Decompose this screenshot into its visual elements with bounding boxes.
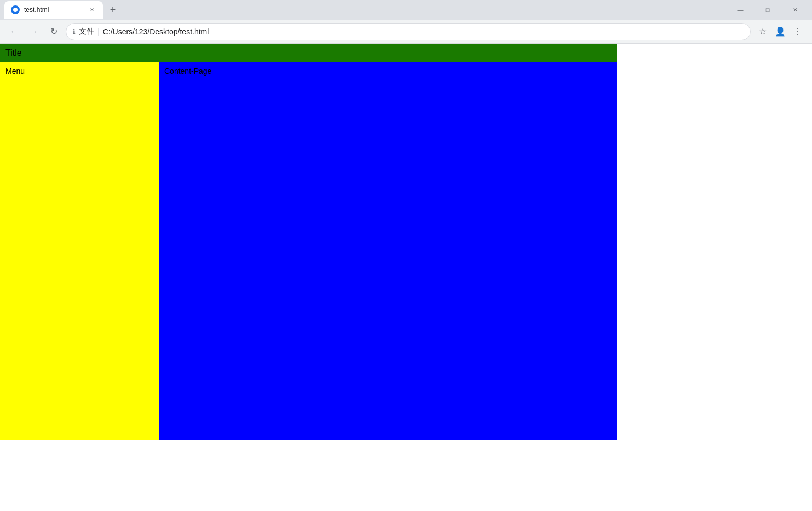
window-controls: — □ ✕ xyxy=(728,0,808,20)
title-bar: test.html × + — □ ✕ xyxy=(0,0,812,20)
url-text: C:/Users/123/Desktop/test.html xyxy=(103,27,209,36)
forward-button[interactable]: → xyxy=(26,24,42,39)
browser-tab[interactable]: test.html × xyxy=(4,1,103,19)
bookmark-button[interactable]: ☆ xyxy=(755,24,770,39)
browser-window: test.html × + — □ ✕ ← → ↻ ℹ 文件 | C:/User… xyxy=(0,0,812,511)
tab-close-button[interactable]: × xyxy=(88,5,96,14)
reload-button[interactable]: ↻ xyxy=(46,24,61,39)
page-menu: Menu xyxy=(0,62,159,440)
menu-label: Menu xyxy=(5,67,25,76)
tab-favicon-icon xyxy=(11,5,20,14)
minimize-button[interactable]: — xyxy=(728,0,753,20)
page-content: Title Menu Content-Page xyxy=(0,44,812,440)
page-title: Title xyxy=(5,48,22,57)
url-bar[interactable]: ℹ 文件 | C:/Users/123/Desktop/test.html xyxy=(66,23,751,40)
address-bar: ← → ↻ ℹ 文件 | C:/Users/123/Desktop/test.h… xyxy=(0,20,812,44)
security-icon: ℹ xyxy=(73,28,76,36)
file-label: 文件 xyxy=(79,27,94,37)
new-tab-button[interactable]: + xyxy=(105,2,120,18)
content-label: Content-Page xyxy=(164,67,211,76)
url-separator: | xyxy=(97,27,100,36)
toolbar-actions: ☆ 👤 ⋮ xyxy=(755,24,805,39)
page-main-content: Content-Page xyxy=(159,62,617,440)
back-button[interactable]: ← xyxy=(7,24,22,39)
page-header: Title xyxy=(0,44,617,62)
page-body: Menu Content-Page xyxy=(0,62,617,440)
account-button[interactable]: 👤 xyxy=(773,24,788,39)
tab-title: test.html xyxy=(24,6,83,14)
menu-button[interactable]: ⋮ xyxy=(790,24,805,39)
maximize-button[interactable]: □ xyxy=(755,0,780,20)
close-button[interactable]: ✕ xyxy=(782,0,808,20)
